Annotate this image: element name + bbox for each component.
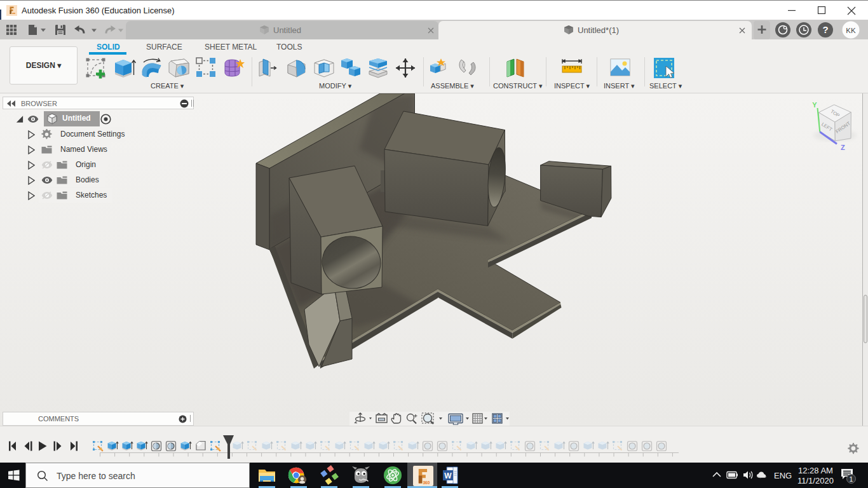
svg-text:Y: Y bbox=[812, 101, 817, 109]
svg-text:W: W bbox=[444, 471, 452, 480]
svg-text:Z: Z bbox=[841, 144, 845, 151]
svg-text:1: 1 bbox=[850, 475, 853, 483]
svg-text:?: ? bbox=[822, 24, 828, 35]
svg-text:360: 360 bbox=[423, 480, 430, 485]
svg-text:KK: KK bbox=[846, 27, 856, 34]
